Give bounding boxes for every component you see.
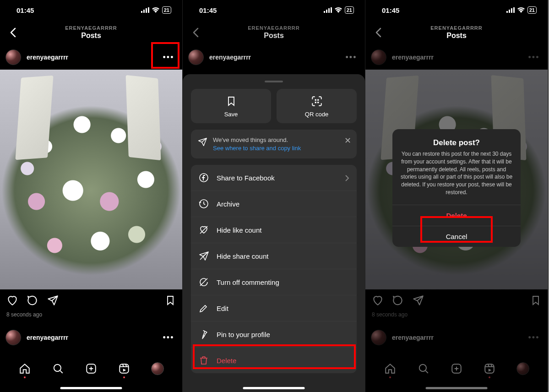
post-header: erenyaegarrrr ••• <box>183 45 365 70</box>
wifi-icon <box>152 7 159 13</box>
svg-rect-13 <box>324 11 325 13</box>
nav-title: Posts <box>248 31 299 40</box>
tab-create[interactable] <box>82 363 101 375</box>
sheet-item-label: Pin to your profile <box>217 331 270 338</box>
svg-rect-18 <box>317 99 319 101</box>
svg-rect-9 <box>120 364 129 373</box>
svg-rect-15 <box>328 8 330 13</box>
home-indicator[interactable] <box>60 387 122 389</box>
comment-icon[interactable] <box>27 294 38 306</box>
sheet-item-label: Turn off commenting <box>217 278 279 286</box>
back-button[interactable] <box>5 24 21 41</box>
sheet-hide-likes[interactable]: Hide like count <box>191 217 357 243</box>
tab-home[interactable] <box>15 363 34 375</box>
edit-icon <box>198 303 209 314</box>
status-time: 01:45 <box>382 6 399 14</box>
screen-3: 01:45 21 ERENYAEGARRRR Posts erenyaegarr… <box>365 0 548 392</box>
sheet-save-tile[interactable]: Save <box>191 89 271 123</box>
svg-rect-16 <box>331 7 332 13</box>
sheet-archive[interactable]: Archive <box>191 191 357 217</box>
sheet-save-label: Save <box>224 111 238 118</box>
sheet-hide-share[interactable]: Hide share count <box>191 243 357 269</box>
pin-icon <box>198 329 209 340</box>
sheet-turn-off-commenting[interactable]: Turn off commenting <box>191 269 357 295</box>
qr-icon <box>311 95 323 107</box>
status-bar: 01:45 21 <box>365 0 548 20</box>
nav-header: ERENYAEGARRRR Posts <box>365 20 548 45</box>
svg-point-4 <box>54 365 60 371</box>
archive-icon <box>198 198 209 209</box>
svg-rect-29 <box>513 7 515 13</box>
svg-rect-0 <box>141 11 142 13</box>
alert-title: Delete post? <box>392 129 521 150</box>
post-more-button[interactable]: ••• <box>160 329 177 346</box>
back-button[interactable] <box>187 24 204 41</box>
svg-rect-27 <box>509 10 510 13</box>
svg-rect-2 <box>146 8 147 13</box>
post-image[interactable] <box>0 70 182 289</box>
nav-header: ERENYAEGARRRR Posts <box>183 20 365 45</box>
home-indicator[interactable] <box>243 387 305 389</box>
sheet-qr-tile[interactable]: QR code <box>277 89 357 123</box>
avatar[interactable] <box>5 330 21 345</box>
post-username[interactable]: erenyaegarrrr <box>209 54 337 61</box>
sheet-item-label: Archive <box>217 200 239 208</box>
banner-link[interactable]: See where to share and copy link <box>213 144 338 152</box>
like-icon[interactable] <box>6 294 18 306</box>
nav-username: ERENYAEGARRRR <box>430 25 482 31</box>
tab-bar <box>0 352 182 392</box>
share-icon[interactable] <box>47 294 59 306</box>
sheet-handle[interactable] <box>265 81 283 82</box>
close-icon[interactable]: ✕ <box>344 135 351 146</box>
alert-cancel-button[interactable]: Cancel <box>392 226 521 247</box>
svg-rect-1 <box>143 10 145 13</box>
svg-rect-20 <box>317 102 319 103</box>
battery-indicator: 21 <box>527 6 537 14</box>
avatar[interactable] <box>188 49 204 65</box>
svg-rect-17 <box>315 99 316 101</box>
facebook-icon <box>198 172 209 183</box>
status-bar: 01:45 21 <box>0 0 182 20</box>
battery-indicator: 21 <box>162 6 171 14</box>
tab-search[interactable] <box>49 363 68 375</box>
tab-profile[interactable] <box>148 362 167 375</box>
svg-line-5 <box>60 370 62 373</box>
svg-rect-3 <box>148 7 149 13</box>
nav-title: Posts <box>65 31 117 40</box>
wifi-icon <box>517 7 525 13</box>
sheet-item-label: Edit <box>217 305 228 312</box>
bookmark-icon[interactable] <box>165 294 176 306</box>
sheet-list: Share to Facebook Archive Hide like coun… <box>191 165 357 373</box>
banner-text: We've moved things around. <box>213 136 338 144</box>
sheet-item-label: Delete <box>217 357 236 365</box>
sheet-share-facebook[interactable]: Share to Facebook <box>191 165 357 191</box>
alert-body: You can restore this post for the next 3… <box>392 150 521 205</box>
wifi-icon <box>335 7 342 13</box>
comment-off-icon <box>198 277 209 288</box>
signal-icon <box>324 7 332 13</box>
sheet-pin[interactable]: Pin to your profile <box>191 321 357 348</box>
alert-delete-button[interactable]: Delete <box>392 205 521 226</box>
sheet-banner: ✕ We've moved things around. See where t… <box>191 130 357 158</box>
delete-alert: Delete post? You can restore this post f… <box>392 129 521 247</box>
post-more-button[interactable]: ••• <box>343 49 359 65</box>
post-username[interactable]: erenyaegarrrr <box>27 54 155 61</box>
tab-reels[interactable] <box>114 363 134 375</box>
screen-2: 01:45 21 ERENYAEGARRRR Posts erenyaegarr… <box>183 0 365 392</box>
sheet-item-label: Hide share count <box>217 252 268 260</box>
nav-username: ERENYAEGARRRR <box>65 25 117 31</box>
back-button[interactable] <box>370 24 386 41</box>
signal-icon <box>506 7 515 13</box>
post-more-button[interactable]: ••• <box>160 49 177 65</box>
avatar[interactable] <box>5 49 21 65</box>
nav-username: ERENYAEGARRRR <box>248 25 299 31</box>
sheet-delete[interactable]: Delete <box>191 348 357 373</box>
post-header-2: erenyaegarrrr ••• <box>0 325 182 350</box>
status-bar: 01:45 21 <box>183 0 365 20</box>
screen-1: 01:45 21 ERENYAEGARRRR Posts erenyaegarr… <box>0 0 183 392</box>
svg-rect-26 <box>506 11 508 13</box>
post-header: erenyaegarrrr ••• <box>0 45 182 70</box>
post-username[interactable]: erenyaegarrrr <box>27 334 155 341</box>
sheet-item-label: Share to Facebook <box>217 174 275 182</box>
sheet-edit[interactable]: Edit <box>191 295 357 321</box>
